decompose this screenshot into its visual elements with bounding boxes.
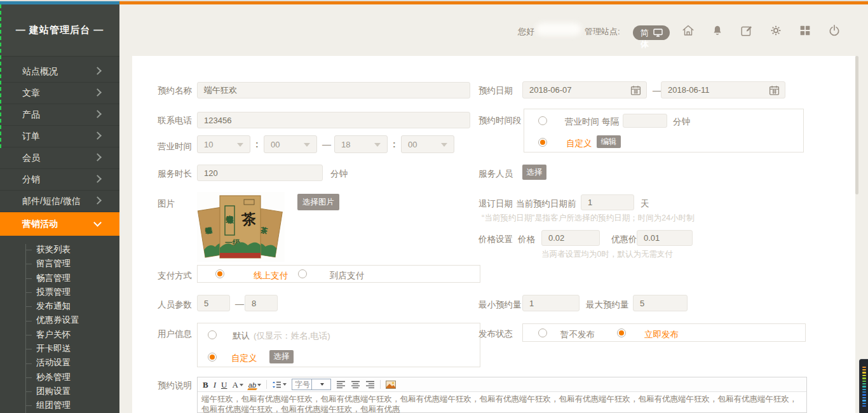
max-booking-input[interactable]: 5 — [633, 295, 688, 311]
sidebar-submenu: 获奖列表留言管理畅言管理投票管理发布通知优惠券设置客户关怀开卡即送活动设置秒杀管… — [0, 243, 119, 413]
sidebar-subitem[interactable]: 团购设置 — [0, 384, 119, 398]
select-fields-button[interactable]: 选择 — [269, 350, 294, 363]
widget-stripe — [862, 400, 866, 401]
sidebar-subitem[interactable]: 获奖列表 — [0, 243, 119, 257]
left-edge-dashes — [0, 4, 1, 151]
align-right-icon[interactable] — [365, 381, 375, 389]
sidebar-item[interactable]: 营销活动 — [0, 212, 119, 236]
widget-stripe — [862, 386, 866, 387]
offline-payment-radio[interactable] — [298, 269, 307, 278]
font-size-dropdown-button[interactable] — [311, 379, 331, 389]
line-spacing-button[interactable] — [272, 381, 287, 389]
description-editor: B I U A ab 字号 — [197, 377, 807, 413]
calendar-icon[interactable] — [769, 85, 780, 95]
publish-later-option[interactable]: 暂不发布 — [560, 329, 595, 341]
sidebar-subitem[interactable]: 畅言管理 — [0, 271, 119, 285]
from-hour-select[interactable]: 10 — [197, 135, 250, 153]
apps-icon[interactable] — [798, 24, 812, 37]
people-min-input[interactable]: 5 — [197, 295, 230, 311]
gear-icon[interactable] — [769, 24, 783, 37]
bell-icon[interactable] — [710, 24, 724, 37]
reservation-date-label: 预约日期 — [478, 85, 513, 97]
insert-image-icon[interactable] — [386, 381, 396, 389]
to-minute-select[interactable]: 00 — [401, 135, 454, 153]
sidebar-subitem[interactable]: 组团管理 — [0, 398, 119, 412]
bold-button[interactable]: B — [203, 381, 208, 389]
discount-price-input[interactable]: 0.01 — [637, 230, 693, 246]
edit-icon[interactable] — [740, 24, 754, 37]
edge-widget[interactable] — [859, 359, 868, 413]
business-hours-option: 营业时间 — [565, 116, 599, 128]
sidebar-subitem[interactable]: 优惠券设置 — [0, 313, 119, 327]
default-info-option[interactable]: 默认 — [233, 330, 250, 342]
price-note: 当两者设置均为0时，默认为无需支付 — [541, 249, 673, 260]
reservation-name-label: 预约名称 — [158, 85, 192, 97]
publish-now-radio[interactable] — [617, 328, 626, 337]
power-icon[interactable] — [827, 24, 841, 37]
service-duration-input[interactable]: 120 — [197, 165, 323, 181]
sidebar-subitem[interactable]: 开卡即送 — [0, 342, 119, 356]
italic-button[interactable]: I — [214, 381, 216, 389]
editor-content[interactable]: 端午狂欢，包厢有优惠端午狂欢，包厢有优惠端午狂欢，包厢有优惠端午狂欢，包厢有优惠… — [198, 392, 806, 413]
custom-info-option[interactable]: 自定义 — [231, 353, 257, 364]
sidebar-item[interactable]: 订单 — [0, 126, 119, 147]
sidebar-subitem[interactable]: 投票管理 — [0, 285, 119, 299]
price-input[interactable]: 0.02 — [541, 230, 600, 246]
online-payment-option[interactable]: 线上支付 — [254, 270, 288, 281]
language-badge[interactable]: 简 — [633, 25, 670, 40]
widget-stripe — [862, 369, 866, 370]
publish-now-option[interactable]: 立即发布 — [644, 329, 679, 341]
custom-slot-radio[interactable] — [538, 138, 547, 147]
offline-payment-option[interactable]: 到店支付 — [330, 270, 364, 281]
sidebar-item[interactable]: 分销 — [0, 169, 119, 191]
sidebar-item[interactable]: 站点概况 — [0, 61, 119, 83]
language-badge-overflow: 体 — [641, 39, 649, 50]
from-minute-select[interactable]: 00 — [264, 135, 317, 153]
default-info-radio[interactable] — [208, 330, 217, 339]
sidebar-item-label: 营销活动 — [22, 219, 58, 230]
align-left-icon[interactable] — [336, 381, 346, 389]
align-center-icon[interactable] — [351, 381, 360, 389]
contact-phone-input[interactable]: 123456 — [197, 112, 470, 128]
online-payment-radio[interactable] — [215, 269, 224, 278]
interval-input[interactable] — [623, 114, 667, 128]
to-hour-select[interactable]: 18 — [334, 135, 388, 153]
sidebar-subitem[interactable]: 留言管理 — [0, 257, 119, 271]
sidebar-item-label: 会员 — [22, 152, 40, 164]
sidebar-item[interactable]: 邮件/短信/微信 — [0, 191, 119, 212]
calendar-icon[interactable] — [630, 85, 641, 95]
people-max-input[interactable]: 8 — [245, 295, 278, 311]
font-size-select[interactable]: 字号 — [292, 379, 331, 390]
page-scrollbar[interactable] — [855, 56, 858, 194]
sidebar-item[interactable]: 产品 — [0, 104, 119, 126]
blurred-username — [536, 23, 581, 36]
sidebar-subitem[interactable]: 发布通知 — [0, 299, 119, 313]
custom-slot-option[interactable]: 自定义 — [566, 138, 592, 149]
sidebar-subitem[interactable]: 秒杀管理 — [0, 370, 119, 384]
sidebar-subitem[interactable]: 客户关怀 — [0, 328, 119, 342]
date-start-input[interactable]: 2018-06-07 — [522, 81, 647, 98]
cancel-days-input[interactable]: 1 — [581, 194, 634, 210]
business-hours-radio[interactable] — [538, 116, 547, 125]
select-staff-button[interactable]: 选择 — [522, 165, 546, 180]
min-booking-input[interactable]: 1 — [522, 295, 580, 311]
highlight-button[interactable]: ab — [248, 379, 261, 390]
edit-slots-button[interactable]: 编辑 — [597, 135, 621, 148]
publish-later-radio[interactable] — [538, 328, 547, 337]
sidebar-item-label: 订单 — [22, 131, 40, 142]
date-end-input[interactable]: 2018-06-11 — [661, 81, 785, 98]
underline-button[interactable]: U — [221, 381, 227, 389]
font-color-button[interactable]: A — [232, 379, 243, 390]
widget-stripe — [862, 377, 866, 379]
choose-image-button[interactable]: 选择图片 — [297, 194, 339, 210]
reservation-form-panel: 预约名称 端午狂欢 预约日期 2018-06-07 — 2018-06-11 联… — [132, 56, 855, 413]
sidebar-subitem[interactable]: 活动设置 — [0, 356, 119, 370]
reservation-name-input[interactable]: 端午狂欢 — [197, 82, 470, 98]
sidebar-item-label: 站点概况 — [22, 66, 58, 78]
main-accent-line — [119, 1, 868, 4]
chevron-icon — [93, 196, 102, 205]
sidebar-item[interactable]: 文章 — [0, 83, 119, 104]
custom-info-radio[interactable] — [208, 353, 217, 362]
sidebar-item[interactable]: 会员 — [0, 147, 119, 169]
home-icon[interactable] — [681, 24, 695, 37]
